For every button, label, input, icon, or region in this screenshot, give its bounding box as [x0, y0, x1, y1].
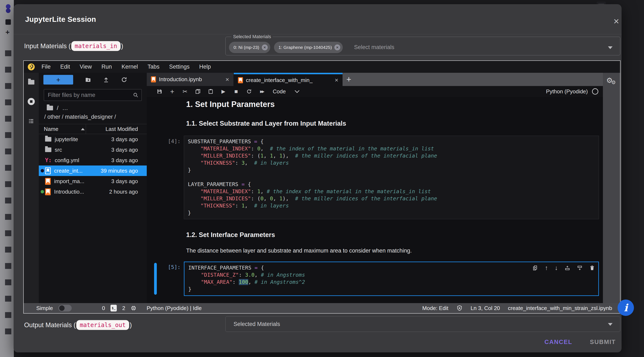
jupyterlab-frame: File Edit View Run Kernel Tabs Settings …	[23, 60, 620, 313]
notebook-icon	[45, 167, 51, 174]
close-icon[interactable]: ×	[334, 77, 338, 84]
file-row-create-interface[interactable]: create_int... 39 minutes ago	[39, 166, 147, 176]
terminal-icon: $_	[110, 305, 117, 311]
column-divider	[86, 124, 86, 134]
breadcrumb-path[interactable]: / other / materials_designer /	[44, 113, 147, 121]
upload-icon[interactable]	[103, 77, 109, 83]
cursor-position[interactable]: Ln 3, Col 20	[471, 305, 500, 311]
cell-type-dropdown[interactable]: Code	[273, 88, 299, 95]
insert-cell-above-icon[interactable]	[564, 265, 570, 271]
chevron-down-icon[interactable]	[608, 46, 612, 49]
material-chip-graphene[interactable]: 1: Graphene (mp-1040425) ×	[274, 42, 343, 53]
tab-introduction[interactable]: Introduction.ipynb ×	[147, 73, 234, 86]
new-launcher-button[interactable]: +	[44, 75, 73, 85]
cell-editor[interactable]: SUBSTRATE_PARAMETERS = { "MATERIAL_INDEX…	[184, 136, 599, 219]
delete-cell-icon[interactable]	[589, 265, 595, 271]
shield-x-icon[interactable]	[456, 305, 463, 311]
terminals-count[interactable]: 0	[102, 305, 105, 311]
move-cell-down-icon[interactable]: ↓	[555, 264, 558, 271]
tab-create-interface[interactable]: create_interface_with_min_ ×	[234, 73, 342, 86]
breadcrumb-root[interactable]: /	[57, 105, 58, 111]
notebook-icon	[238, 77, 243, 83]
active-cell-indicator[interactable]	[154, 263, 157, 295]
close-icon[interactable]: ×	[610, 15, 622, 27]
simple-mode-label: Simple	[36, 305, 53, 311]
table-of-contents-icon[interactable]	[28, 119, 34, 124]
filter-files-box	[44, 89, 142, 101]
kernel-chip-icon	[130, 305, 136, 311]
new-folder-icon[interactable]	[85, 77, 91, 83]
property-inspector-gears-icon[interactable]: ⚙ ⚙	[606, 76, 617, 87]
file-row-import-material[interactable]: import_ma... 3 days ago	[39, 176, 147, 186]
output-materials-select[interactable]: Selected Materials	[225, 316, 620, 332]
unsaved-dot	[41, 169, 44, 172]
mode-indicator[interactable]: Mode: Edit	[422, 305, 448, 311]
selected-materials-select[interactable]: Selected Materials 0: Ni (mp-23) × 1: Gr…	[225, 34, 620, 55]
refresh-icon[interactable]	[121, 77, 127, 83]
markdown-heading-1: 1. Set Input Parameters	[186, 100, 603, 109]
paste-cell-icon[interactable]	[204, 89, 217, 94]
breadcrumb: / …	[47, 105, 147, 111]
column-name[interactable]: Name	[39, 126, 58, 132]
input-materials-label: Input Materials (materials_in)	[24, 41, 123, 51]
current-filename[interactable]: create_interface_with_min_strain_zsl.ipy…	[508, 305, 612, 311]
cell-editor[interactable]: ↑ ↓	[184, 262, 599, 296]
code-cell-5[interactable]: [5]: ↑ ↓	[147, 262, 603, 296]
code-cell-4[interactable]: [4]: SUBSTRATE_PARAMETERS = { "MATERIAL_…	[147, 136, 603, 219]
simple-mode-toggle[interactable]	[58, 305, 72, 311]
stop-kernel-icon[interactable]: ■	[230, 88, 242, 95]
info-button[interactable]: i	[618, 299, 634, 316]
submit-button[interactable]: SUBMIT	[585, 336, 620, 347]
chip-delete-icon[interactable]: ×	[334, 45, 340, 50]
kernel-status-icon[interactable]	[592, 88, 598, 95]
menu-tabs[interactable]: Tabs	[143, 64, 164, 70]
close-icon[interactable]: ×	[225, 76, 229, 83]
menu-help[interactable]: Help	[194, 64, 216, 70]
markdown-heading-1-2: 1.2. Set Interface Parameters	[186, 231, 603, 239]
select-materials-placeholder: Select materials	[354, 44, 394, 51]
menu-run[interactable]: Run	[97, 64, 117, 70]
menu-edit[interactable]: Edit	[56, 64, 75, 70]
column-last-modified[interactable]: Last Modified	[106, 126, 138, 132]
file-row-jupyterlite[interactable]: jupyterlite 3 days ago	[39, 134, 147, 145]
menu-bar: File Edit View Run Kernel Tabs Settings …	[24, 61, 620, 73]
run-cell-icon[interactable]: ▶	[217, 89, 230, 94]
file-browser-tab-icon[interactable]	[28, 80, 34, 85]
filter-files-input[interactable]	[48, 92, 133, 99]
markdown-heading-1-1: 1.1. Select Substrate and Layer from Inp…	[186, 120, 603, 127]
file-row-introduction[interactable]: Introductio... 2 hours ago	[39, 186, 147, 197]
restart-kernel-icon[interactable]	[242, 89, 255, 94]
sort-ascending-icon	[81, 128, 85, 130]
file-row-config-yml[interactable]: Y: config.yml 3 days ago	[39, 155, 147, 166]
material-chip-label: 0: Ni (mp-23)	[234, 45, 259, 50]
file-row-src[interactable]: src 3 days ago	[39, 145, 147, 155]
add-cell-icon[interactable]: +	[166, 88, 178, 96]
kernels-count[interactable]: 2	[122, 305, 125, 311]
restart-run-all-icon[interactable]: ▶▶	[255, 89, 268, 94]
duplicate-cell-icon[interactable]	[532, 265, 538, 271]
insert-cell-below-icon[interactable]	[577, 265, 582, 271]
chevron-down-icon	[295, 88, 300, 93]
activity-bar	[24, 73, 39, 303]
material-chip-ni[interactable]: 0: Ni (mp-23) ×	[229, 42, 270, 53]
menu-file[interactable]: File	[37, 64, 56, 70]
chip-delete-icon[interactable]: ×	[262, 45, 268, 50]
cut-cell-icon[interactable]: ✂	[178, 88, 192, 95]
background-app-sidebar: +	[0, 0, 14, 357]
move-cell-up-icon[interactable]: ↑	[545, 264, 548, 271]
breadcrumb-ellipsis[interactable]: …	[62, 105, 68, 111]
home-folder-icon[interactable]	[47, 106, 53, 110]
menu-view[interactable]: View	[75, 64, 97, 70]
running-sessions-icon[interactable]	[28, 98, 35, 105]
kernel-status-text[interactable]: Python (Pyodide) | Idle	[146, 305, 202, 311]
menu-settings[interactable]: Settings	[164, 64, 194, 70]
new-tab-button[interactable]: +	[342, 73, 355, 86]
copy-cell-icon[interactable]	[192, 89, 204, 94]
jupyterlite-session-modal: JupyterLite Session × Input Materials (m…	[14, 4, 622, 352]
cancel-button[interactable]: CANCEL	[540, 336, 577, 347]
kernel-name[interactable]: Python (Pyodide)	[546, 88, 588, 95]
kernel-running-dot	[41, 190, 44, 193]
save-icon[interactable]	[153, 89, 166, 94]
input-materials-prefix: Input Materials (	[24, 42, 71, 50]
menu-kernel[interactable]: Kernel	[117, 64, 143, 70]
